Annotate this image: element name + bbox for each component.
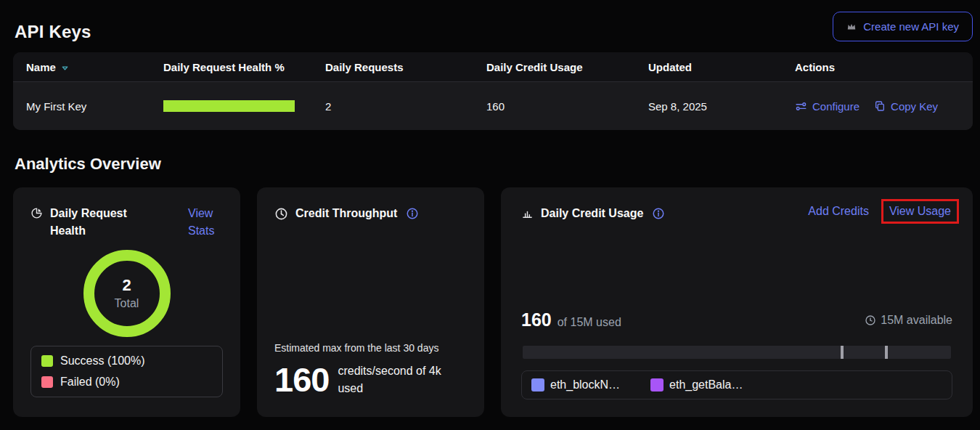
key-actions-cell: Configure Copy Key [795,100,960,113]
donut-total-label: Total [115,297,139,310]
sliders-icon [795,100,807,113]
create-api-key-button[interactable]: Create new API key [833,12,973,41]
key-daily-requests: 2 [325,100,486,113]
usage-meter [523,346,951,359]
column-header-name[interactable]: Name [26,61,163,73]
health-donut-chart: 2 Total [83,250,171,337]
usage-card-header: Daily Credit Usage Add Credits View Usag… [521,205,952,222]
usage-available-label: 15M available [881,314,952,327]
success-swatch [41,355,53,367]
key-health-cell [163,100,325,112]
column-header-updated: Updated [648,61,795,73]
view-usage-annotation-box: View Usage [881,199,959,224]
throughput-unit: credits/second of 4k used [338,362,462,397]
analytics-heading: Analytics Overview [15,155,980,174]
bar-chart-icon [521,207,534,219]
throughput-subtitle: Estimated max from the last 30 days [274,342,467,354]
usage-used-label: of 15M used [558,316,621,329]
copy-key-label: Copy Key [891,100,938,113]
daily-request-health-card: Daily Request Health View Stats 2 Total … [13,187,240,417]
dashboard-page: API Keys Create new API key Name Daily R… [0,0,980,430]
copy-key-button[interactable]: Copy Key [874,100,938,113]
eth-getbalance-swatch [650,378,663,392]
top-bar: API Keys Create new API key [0,0,980,42]
health-bar [163,100,295,112]
failed-swatch [41,376,53,388]
daily-credit-usage-card: Daily Credit Usage Add Credits View Usag… [501,187,973,417]
clock-icon [865,315,876,326]
copy-icon [874,100,886,112]
usage-card-links: Add Credits View Usage [808,205,952,218]
throughput-value-row: 160 credits/second of 4k used [274,360,467,399]
info-icon[interactable] [406,207,419,220]
usage-card-title: Daily Credit Usage [541,205,643,222]
gauge-icon [274,207,288,221]
health-legend: Success (100%) Failed (0%) [30,346,223,397]
page-title: API Keys [15,12,91,42]
sort-icon[interactable] [61,64,69,72]
info-icon[interactable] [652,207,665,220]
legend-item-eth-getbalance: eth_getBala… [650,378,743,392]
key-updated: Sep 8, 2025 [648,100,795,113]
configure-button[interactable]: Configure [795,100,859,113]
meter-tick [885,346,888,359]
failed-label: Failed (0%) [60,376,120,389]
donut-total-value: 2 [122,277,131,294]
key-daily-credit-usage: 160 [486,100,648,113]
success-label: Success (100%) [60,354,145,368]
throughput-card-header: Credit Throughput [274,205,467,222]
throughput-card-title: Credit Throughput [295,205,397,222]
eth-getbalance-label: eth_getBala… [669,378,743,392]
eth-blocknumber-swatch [531,378,544,392]
column-header-requests: Daily Requests [325,61,486,73]
eth-blocknumber-label: eth_blockN… [550,378,620,392]
view-usage-link[interactable]: View Usage [889,205,951,217]
table-row[interactable]: My First Key 2 160 Sep 8, 2025 Configure… [13,81,973,130]
meter-tick [841,346,844,359]
view-stats-link[interactable]: View Stats [188,205,223,240]
health-card-header: Daily Request Health View Stats [30,205,223,240]
add-credits-link[interactable]: Add Credits [808,205,869,218]
pie-chart-icon [30,207,43,219]
column-header-credit-usage: Daily Credit Usage [486,61,648,73]
usage-used-value: 160 [521,309,552,330]
legend-item-failed: Failed (0%) [41,376,212,389]
column-header-health: Daily Request Health % [163,61,325,73]
configure-label: Configure [812,100,859,113]
throughput-value: 160 [274,360,329,399]
legend-item-success: Success (100%) [41,354,212,368]
health-card-title: Daily Request Health [50,205,134,240]
credit-throughput-card: Credit Throughput Estimated max from the… [257,187,484,417]
column-header-actions: Actions [795,61,960,73]
api-keys-table: Name Daily Request Health % Daily Reques… [13,52,973,130]
usage-available: 15M available [865,314,952,327]
create-api-key-label: Create new API key [863,20,959,33]
usage-summary-row: 160 of 15M used 15M available [521,309,952,330]
health-donut-wrap: 2 Total [30,250,223,337]
legend-item-eth-blocknumber: eth_blockN… [531,378,620,392]
usage-legend: eth_blockN… eth_getBala… [521,370,952,399]
analytics-cards: Daily Request Health View Stats 2 Total … [13,187,973,417]
table-header-row: Name Daily Request Health % Daily Reques… [13,52,973,81]
crown-icon [846,22,857,32]
key-name: My First Key [26,100,163,113]
